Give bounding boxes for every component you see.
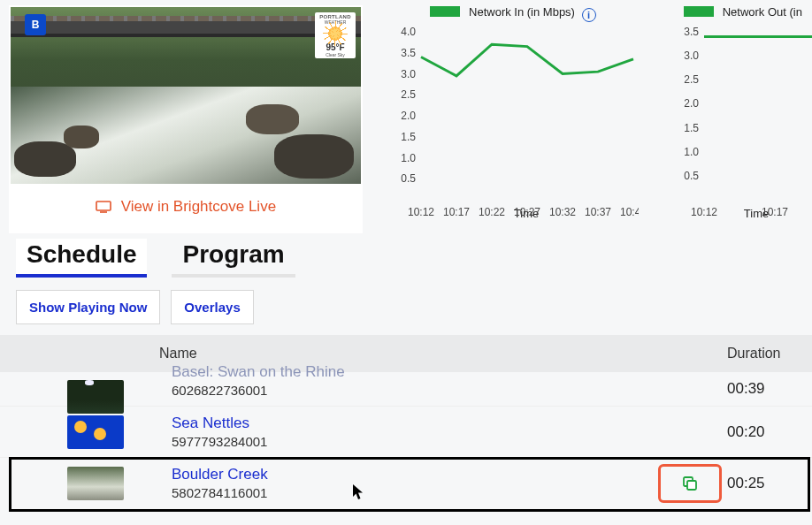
- show-playing-now-button[interactable]: Show Playing Now: [16, 290, 160, 324]
- svg-text:10:37: 10:37: [585, 206, 611, 218]
- svg-text:10:17: 10:17: [762, 206, 788, 218]
- svg-text:4.0: 4.0: [401, 27, 416, 38]
- legend-label: Network Out (in: [723, 5, 802, 19]
- svg-text:1.5: 1.5: [684, 122, 699, 134]
- svg-text:0.5: 0.5: [401, 172, 416, 185]
- weather-desc: Clear Sky: [326, 52, 345, 57]
- video-thumbnail: [67, 415, 124, 449]
- svg-text:3.5: 3.5: [684, 27, 699, 38]
- overlays-button[interactable]: Overlays: [171, 290, 253, 324]
- video-title-link[interactable]: Boulder Creek: [172, 466, 656, 483]
- svg-text:10:12: 10:12: [691, 206, 717, 218]
- duration: 00:20: [727, 423, 798, 441]
- svg-rect-0: [96, 202, 111, 210]
- legend-swatch-icon: [430, 6, 460, 17]
- svg-text:3.5: 3.5: [401, 47, 416, 59]
- preview-video[interactable]: B PORTLAND WEATHER 95°F Clear Sky: [11, 7, 361, 184]
- svg-text:3.0: 3.0: [401, 68, 416, 80]
- svg-text:2.5: 2.5: [684, 73, 699, 86]
- svg-text:10:12: 10:12: [408, 206, 434, 218]
- video-title-link[interactable]: Basel: Swan on the Rhine: [172, 363, 656, 381]
- duplicate-icon[interactable]: [681, 475, 699, 492]
- preview-card: B PORTLAND WEATHER 95°F Clear Sky View i…: [9, 5, 363, 233]
- legend-label: Network In (in Mbps): [469, 5, 575, 19]
- brightcove-logo-icon: B: [25, 14, 46, 35]
- svg-text:0.5: 0.5: [684, 170, 699, 182]
- col-duration-header: Duration: [727, 346, 798, 361]
- svg-text:10:27: 10:27: [514, 206, 540, 218]
- legend-swatch-icon: [684, 6, 714, 17]
- svg-text:2.0: 2.0: [684, 97, 699, 110]
- video-id: 5977793284001: [172, 434, 656, 449]
- duration: 00:39: [727, 380, 798, 398]
- table-row[interactable]: Basel: Swan on the Rhine 6026822736001 0…: [0, 372, 812, 406]
- duplicate-highlight: [658, 464, 722, 503]
- video-id: 6026822736001: [172, 383, 656, 398]
- svg-text:1.0: 1.0: [684, 146, 699, 158]
- weather-overlay: PORTLAND WEATHER 95°F Clear Sky: [315, 12, 356, 58]
- tab-schedule[interactable]: Schedule: [16, 239, 147, 278]
- svg-text:3.0: 3.0: [684, 49, 699, 62]
- svg-text:1.5: 1.5: [401, 131, 416, 143]
- view-live-label: View in Brightcove Live: [121, 198, 276, 215]
- svg-text:1.0: 1.0: [401, 152, 416, 164]
- chart-network-in: Network In (in Mbps) i 0.51.01.52.02.53.…: [380, 5, 646, 233]
- col-name-header: Name: [156, 346, 656, 361]
- svg-rect-28: [687, 481, 696, 490]
- svg-text:10:32: 10:32: [549, 206, 576, 218]
- tab-program[interactable]: Program: [172, 239, 295, 278]
- schedule-table: Name Duration Basel: Swan on the Rhine 6…: [0, 335, 812, 508]
- info-icon[interactable]: i: [582, 8, 596, 22]
- svg-text:10:22: 10:22: [479, 206, 505, 218]
- monitor-icon: [96, 200, 111, 217]
- svg-text:2.0: 2.0: [401, 110, 416, 122]
- sun-icon: [327, 26, 343, 42]
- tabs: Schedule Program: [0, 233, 812, 278]
- view-in-brightcove-live-link[interactable]: View in Brightcove Live: [96, 198, 276, 215]
- video-title-link[interactable]: Sea Nettles: [172, 415, 656, 432]
- chart-network-out: Network Out (in 0.51.01.52.02.53.03.5 10…: [663, 5, 812, 233]
- video-thumbnail: [67, 467, 124, 500]
- svg-text:10:17: 10:17: [443, 206, 470, 218]
- svg-text:10:42: 10:42: [620, 206, 639, 218]
- duration: 00:25: [727, 475, 798, 492]
- svg-text:2.5: 2.5: [401, 88, 416, 101]
- video-id: 5802784116001: [172, 485, 656, 500]
- video-thumbnail: [67, 380, 124, 414]
